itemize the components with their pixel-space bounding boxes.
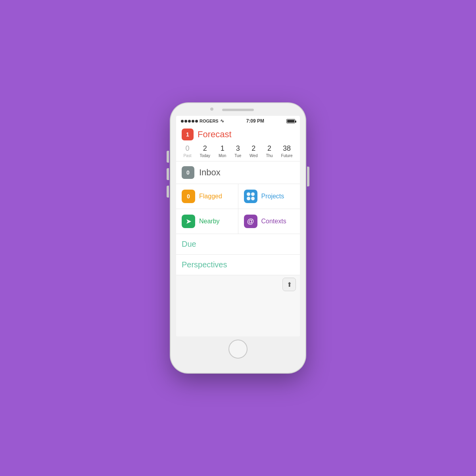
day-tue[interactable]: 3 Tue [234, 144, 241, 158]
contexts-cell[interactable]: @ Contexts [238, 209, 300, 234]
phone-screen: ROGERS ∿ 7:09 PM 1 Forecast 0 Past [176, 116, 300, 336]
phone-frame: ROGERS ∿ 7:09 PM 1 Forecast 0 Past [171, 103, 305, 373]
proj-dot [251, 192, 255, 196]
day-label-tue: Tue [234, 154, 241, 158]
forecast-header[interactable]: 1 Forecast [176, 125, 300, 143]
day-label-future: Future [281, 154, 293, 158]
wifi-icon: ∿ [220, 118, 224, 124]
flagged-cell[interactable]: 0 Flagged [176, 184, 238, 209]
flagged-label: Flagged [199, 193, 222, 200]
battery-fill [287, 120, 294, 123]
proj-dot [247, 192, 250, 196]
projects-icon [244, 190, 257, 203]
location-arrow-icon: ➤ [186, 217, 192, 226]
signal-dot [188, 120, 191, 123]
day-mon[interactable]: 1 Mon [219, 144, 226, 158]
signal-dot [192, 120, 194, 123]
battery-body [286, 119, 295, 123]
due-label: Due [182, 240, 196, 248]
signal-dot [195, 120, 198, 123]
home-button[interactable] [228, 340, 248, 359]
carrier-label: ROGERS [200, 119, 219, 123]
day-label-thu: Thu [266, 154, 273, 158]
proj-dot [251, 197, 255, 200]
projects-label: Projects [261, 193, 284, 200]
forecast-badge: 1 [186, 131, 189, 138]
day-today[interactable]: 2 Today [200, 144, 210, 158]
forecast-icon: 1 [182, 129, 194, 140]
day-count-tue: 3 [236, 144, 240, 153]
day-past[interactable]: 0 Past [183, 144, 191, 158]
projects-cell[interactable]: Projects [238, 184, 300, 209]
day-label-mon: Mon [219, 154, 226, 158]
nearby-cell[interactable]: ➤ Nearby [176, 209, 238, 234]
day-count-mon: 1 [221, 144, 225, 153]
status-left: ROGERS ∿ [181, 118, 224, 124]
status-time: 7:09 PM [246, 118, 264, 124]
day-count-thu: 2 [267, 144, 271, 153]
proj-dot [247, 197, 250, 200]
signal-dot [181, 120, 184, 123]
perspectives-label: Perspectives [182, 260, 227, 269]
inbox-badge: 0 [186, 169, 190, 176]
content-area: 0 Inbox 0 Flagged [176, 161, 300, 336]
signal-dot [184, 120, 187, 123]
day-count-past: 0 [185, 144, 189, 153]
action-icon: ⬆ [287, 281, 292, 288]
day-count-wed: 2 [251, 144, 255, 153]
grid-row-1: 0 Flagged Projects [176, 184, 300, 209]
contexts-label: Contexts [261, 218, 286, 225]
grid-row-2: ➤ Nearby @ Contexts [176, 209, 300, 234]
day-count-today: 2 [203, 144, 207, 153]
day-count-future: 38 [283, 144, 291, 153]
toolbar: ⬆ [176, 275, 300, 294]
battery-icon [286, 119, 295, 123]
at-icon: @ [247, 217, 254, 226]
perspectives-row[interactable]: Perspectives [176, 255, 300, 275]
day-label-wed: Wed [250, 154, 257, 158]
status-bar: ROGERS ∿ 7:09 PM [176, 116, 300, 125]
inbox-row[interactable]: 0 Inbox [176, 161, 300, 184]
due-row[interactable]: Due [176, 234, 300, 255]
flagged-icon: 0 [182, 190, 195, 203]
day-label-past: Past [183, 154, 191, 158]
flagged-badge: 0 [187, 193, 190, 200]
nearby-label: Nearby [199, 218, 220, 225]
inbox-icon: 0 [182, 166, 194, 179]
projects-icon-grid [247, 192, 255, 200]
top-speaker [222, 109, 254, 111]
signal-bars [181, 120, 198, 123]
day-wed[interactable]: 2 Wed [250, 144, 257, 158]
forecast-title: Forecast [198, 129, 232, 140]
forecast-days: 0 Past 2 Today 1 Mon 3 Tue 2 Wed 2 Thu [176, 143, 300, 161]
inbox-label: Inbox [199, 167, 221, 178]
day-thu[interactable]: 2 Thu [266, 144, 273, 158]
nearby-icon: ➤ [182, 215, 195, 228]
contexts-icon: @ [244, 215, 257, 228]
action-button[interactable]: ⬆ [282, 278, 296, 291]
day-label-today: Today [200, 154, 210, 158]
day-future[interactable]: 38 Future [281, 144, 293, 158]
